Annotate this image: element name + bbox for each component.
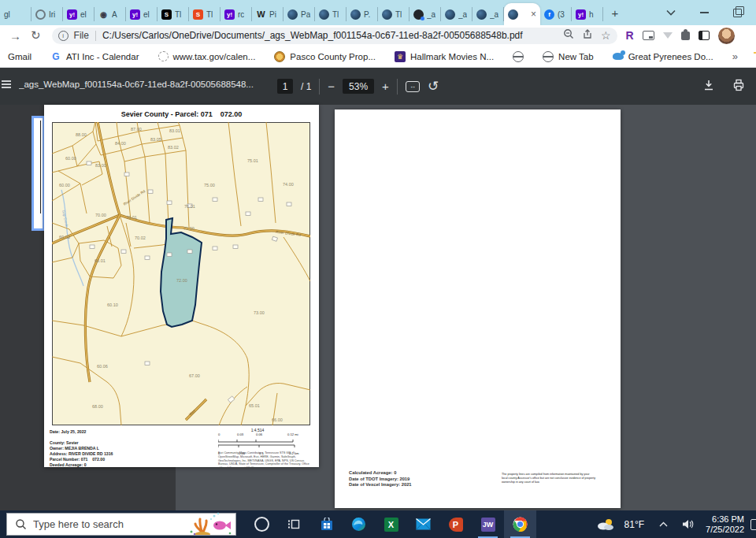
tab-close-icon[interactable]: × — [531, 9, 536, 19]
tab[interactable]: Pa — [284, 7, 315, 21]
funnel-extension-icon[interactable] — [663, 32, 673, 39]
bookmark-item[interactable] — [513, 51, 524, 62]
picture-in-picture-icon[interactable] — [643, 31, 654, 40]
taskbar-cortana-button[interactable] — [246, 510, 278, 538]
tab-title: rc — [238, 10, 244, 19]
tray-expand-chevron-icon[interactable] — [659, 521, 668, 527]
tab-title: gl — [4, 10, 10, 19]
tab-search-chevron-icon[interactable] — [660, 0, 682, 25]
bookmark-label: Pasco County Prop... — [290, 52, 376, 61]
tab[interactable]: _a — [410, 7, 441, 21]
bookmark-label: ATI Inc - Calendar — [66, 52, 139, 61]
tab-active[interactable]: × — [504, 3, 540, 25]
page-number-input[interactable]: 1 — [277, 79, 293, 94]
tab[interactable]: y!h — [572, 7, 603, 21]
bookmark-item[interactable]: Gmail — [8, 52, 32, 61]
parcel-label: 67.00 — [189, 373, 200, 378]
zoom-out-button[interactable]: − — [328, 80, 335, 93]
globe-icon — [287, 9, 298, 20]
chrome-icon — [513, 517, 528, 532]
browser-tab-strip: glIriy!el◉Ay!elSTlSTly!rcWPiPaTlP.Tl_a_a… — [0, 0, 756, 25]
tab[interactable]: _a — [441, 7, 472, 21]
tab[interactable]: _a — [472, 7, 504, 21]
new-tab-button[interactable]: + — [608, 6, 622, 20]
fit-to-width-button[interactable]: ↔ — [406, 81, 420, 92]
print-button[interactable] — [732, 79, 745, 95]
zoom-level-input[interactable]: 53% — [343, 79, 374, 94]
tab-title: el — [80, 10, 87, 19]
extensions-puzzle-icon[interactable] — [681, 32, 690, 40]
parcel-label: 71.00 — [183, 226, 195, 231]
bookmark-item[interactable]: GATI Inc - Calendar — [50, 51, 139, 62]
url-text[interactable]: C:/Users/Carlos/OneDrive/Documents/_ags_… — [102, 30, 555, 41]
tab[interactable]: gl — [0, 7, 32, 21]
parcel-info-line: Date: July 25, 2022 — [50, 429, 113, 435]
taskbar-clock[interactable]: 6:36 PM 7/25/2022 — [706, 514, 744, 535]
tab-title: P. — [364, 10, 370, 19]
window-restore-button[interactable] — [726, 0, 748, 25]
pdf-menu-icon[interactable] — [2, 83, 11, 85]
taskbar-task-view-button[interactable] — [278, 510, 310, 538]
bookmark-item[interactable]: New Tab — [543, 51, 594, 62]
zoom-page-icon[interactable] — [563, 28, 574, 43]
side-panel-icon[interactable] — [699, 31, 710, 40]
tab[interactable]: y!el — [126, 7, 158, 21]
g-logo-icon: G — [50, 51, 61, 62]
zoom-in-button[interactable]: + — [382, 80, 389, 93]
taskbar-edge-button[interactable] — [343, 510, 375, 538]
parcel-label: 72.00 — [176, 278, 187, 283]
weather-icon[interactable] — [597, 518, 614, 531]
parcel-info-line: Parcel Number: 071 072.00 — [50, 457, 113, 462]
notification-center-icon[interactable] — [750, 519, 756, 530]
tab[interactable]: Iri — [32, 7, 63, 21]
address-bar[interactable]: i File C:/Users/Carlos/OneDrive/Document… — [52, 28, 617, 44]
volume-icon[interactable] — [682, 519, 694, 529]
tab[interactable]: STl — [158, 7, 189, 21]
parcel-label: 70.00 — [95, 213, 106, 217]
reload-button[interactable]: ↻ — [31, 28, 41, 43]
taskbar-jw-button[interactable]: JW — [472, 510, 504, 538]
taskbar-mail-button[interactable] — [407, 510, 439, 538]
tab-title: A — [112, 10, 117, 19]
extensions-row: R — [617, 28, 735, 44]
parcel-label: 88.00 — [76, 132, 87, 137]
tab[interactable]: f(3 — [540, 7, 572, 21]
tab[interactable]: y!rc — [220, 7, 252, 21]
scale-tick-label: 0.06 — [256, 432, 262, 436]
bookmark-item[interactable]: www.tax.gov/calen... — [158, 51, 256, 61]
taskbar-powerpoint-button[interactable]: P — [439, 510, 472, 538]
extension-r-icon[interactable]: R — [626, 29, 634, 42]
tab[interactable]: WPi — [252, 7, 284, 21]
scale-tick-label: 0.12 mi — [287, 432, 298, 436]
download-button[interactable] — [702, 79, 715, 95]
taskbar-search-box[interactable] — [6, 513, 236, 536]
bookmark-label: Great Pyrenees Do... — [628, 52, 713, 61]
tab[interactable]: Tl — [315, 7, 346, 21]
window-minimize-button[interactable] — [693, 0, 715, 25]
tab[interactable]: ◉A — [94, 7, 126, 21]
bookmark-item[interactable]: ♛Hallmark Movies N... — [395, 51, 494, 62]
crown-icon: ♛ — [395, 51, 406, 62]
square-orange-s-icon: S — [193, 9, 203, 20]
pdf-viewer-toolbar: _ags_WebMap_f001154a-0c67-11ed-8a2f-0050… — [0, 68, 756, 105]
page-thumbnail[interactable] — [32, 116, 45, 231]
bookmarks-overflow-chevron[interactable]: » — [732, 50, 738, 62]
tab[interactable]: STl — [189, 7, 220, 21]
bookmark-item[interactable]: Pasco County Prop... — [274, 51, 376, 62]
share-icon[interactable] — [582, 28, 593, 43]
profile-avatar[interactable] — [718, 28, 735, 44]
tab[interactable]: P. — [346, 7, 378, 21]
bookmark-star-icon[interactable]: ☆ — [601, 29, 611, 42]
rotate-button[interactable]: ↺ — [428, 78, 439, 95]
site-info-icon[interactable]: i — [58, 31, 69, 41]
bookmark-item[interactable]: Great Pyrenees Do... — [613, 52, 713, 61]
yahoo-icon: y! — [130, 9, 140, 20]
map-title: Sevier County - Parcel: 071 072.00 — [44, 110, 319, 118]
forward-button[interactable]: → — [9, 29, 21, 43]
taskbar-store-button[interactable] — [310, 510, 343, 538]
temperature-label[interactable]: 81°F — [624, 519, 644, 530]
taskbar-chrome-button[interactable] — [504, 510, 536, 538]
tab[interactable]: Tl — [378, 7, 410, 21]
tab[interactable]: y!el — [63, 7, 94, 21]
taskbar-excel-button[interactable]: X — [375, 510, 407, 538]
